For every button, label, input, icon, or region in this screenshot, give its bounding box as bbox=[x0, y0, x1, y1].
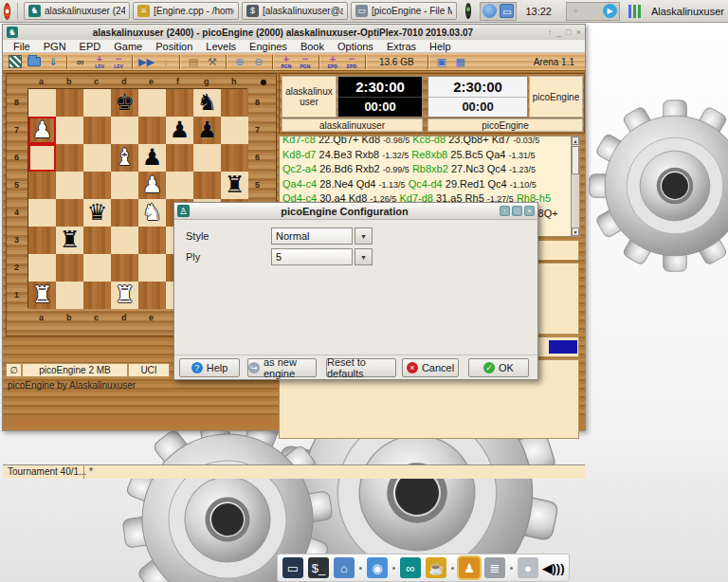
move-token[interactable]: 22.Qb7+ Kd8 bbox=[318, 136, 380, 145]
window-control-icon[interactable]: _ bbox=[556, 27, 561, 37]
telegram-icon[interactable]: ▶ bbox=[603, 4, 617, 18]
window-control-icon[interactable]: □ bbox=[566, 27, 571, 37]
white-bishop-d6[interactable]: ♝ bbox=[111, 144, 138, 172]
move-token[interactable]: Rb8xb2 bbox=[412, 163, 448, 174]
black-king-d8[interactable]: ♚ bbox=[111, 89, 138, 117]
level-plus-icon[interactable]: +LEV bbox=[92, 54, 107, 69]
white-pawn-e5[interactable]: ♟ bbox=[138, 172, 166, 199]
fullscreen-icon[interactable]: ▣ bbox=[434, 54, 449, 69]
style-select[interactable]: Normal ▼ bbox=[271, 227, 373, 245]
white-knight-e4[interactable]: ♞ bbox=[138, 199, 166, 227]
workspace-indicator[interactable] bbox=[628, 5, 641, 18]
move-token[interactable]: Kd8-d7 bbox=[282, 149, 316, 160]
square-a3[interactable] bbox=[28, 227, 56, 254]
square-c6[interactable] bbox=[83, 144, 111, 172]
demo-icon[interactable]: ▶▶ bbox=[138, 54, 155, 69]
window-control-icon[interactable]: × bbox=[576, 27, 581, 37]
square-d2[interactable] bbox=[111, 254, 138, 282]
move-token[interactable]: 27.Nc3 Qc4 bbox=[451, 163, 506, 174]
move-token[interactable]: -0.99/5 bbox=[383, 165, 410, 174]
menu-book[interactable]: Book bbox=[294, 41, 331, 52]
move-token[interactable]: Kc8-d8 bbox=[412, 136, 446, 145]
black-rook-h5[interactable]: ♜ bbox=[221, 172, 248, 199]
move-token[interactable]: Qa4-c4 bbox=[282, 178, 317, 190]
infinite-mode-icon[interactable]: ∞ bbox=[73, 54, 88, 69]
square-a2[interactable] bbox=[28, 254, 56, 282]
move-token[interactable]: -0.98/5 bbox=[383, 136, 410, 145]
file-manager-icon[interactable]: ⌂ bbox=[334, 557, 355, 578]
square-e1[interactable] bbox=[138, 282, 166, 309]
epd-minus-icon[interactable]: −EPD bbox=[344, 54, 359, 69]
ok-button[interactable]: ✓OK bbox=[468, 358, 529, 377]
square-c2[interactable] bbox=[83, 254, 111, 282]
square-b2[interactable] bbox=[56, 254, 83, 282]
square-d3[interactable] bbox=[111, 227, 138, 254]
taskbar-window-button[interactable]: ≡[Engine.cpp - /home/ala... bbox=[133, 2, 239, 20]
open-folder-icon[interactable] bbox=[27, 54, 42, 69]
style-dropdown-icon[interactable]: ▼ bbox=[355, 227, 373, 245]
menu-levels[interactable]: Levels bbox=[199, 41, 243, 52]
taskbar-window-button[interactable]: ♞alaskalinuxuser (2400... bbox=[24, 2, 130, 20]
square-a5[interactable] bbox=[28, 172, 56, 199]
cancel-button[interactable]: ×Cancel bbox=[402, 358, 459, 377]
zoom-in-icon[interactable]: ⊕ bbox=[232, 54, 247, 69]
menu-engines[interactable]: Engines bbox=[243, 41, 294, 52]
engine-state-icon[interactable]: ∅ bbox=[6, 363, 22, 377]
ply-value[interactable]: 5 bbox=[271, 248, 353, 265]
move-token[interactable]: 26.Bd6 Rxb2 bbox=[319, 163, 380, 174]
chess-engine-icon[interactable]: ♟ bbox=[459, 557, 480, 578]
square-c8[interactable] bbox=[83, 89, 111, 117]
dialog-control-icon[interactable]: ↑ bbox=[500, 206, 510, 216]
dialog-control-icon[interactable]: × bbox=[524, 206, 535, 216]
move-token[interactable]: 23.Qb8+ Kd7 bbox=[448, 136, 510, 145]
square-d7[interactable] bbox=[111, 117, 138, 144]
dialog-control-icon[interactable]: □ bbox=[512, 206, 522, 216]
move-token[interactable]: -1.13/5 bbox=[379, 180, 406, 190]
server-icon[interactable]: ≣ bbox=[484, 557, 505, 578]
square-b5[interactable] bbox=[56, 172, 83, 199]
terminal-icon[interactable]: $_ bbox=[308, 557, 329, 578]
pgn-plus-icon[interactable]: +PGN bbox=[279, 54, 294, 69]
square-f8[interactable] bbox=[166, 89, 193, 117]
volume-icon[interactable]: ◀))) bbox=[543, 557, 564, 578]
move-token[interactable]: 24.Be3 Rxb8 bbox=[319, 149, 380, 160]
move-token[interactable]: 29.Red1 Qc4 bbox=[446, 178, 507, 190]
move-list-scrollbar[interactable]: ▲ ▼ bbox=[571, 136, 580, 237]
dialog-titlebar[interactable]: ♙ picoEngine Configuration ↑□× bbox=[174, 203, 537, 220]
square-b6[interactable] bbox=[56, 144, 83, 172]
save-icon[interactable]: ⇓ bbox=[46, 54, 61, 69]
menu-pgn[interactable]: PGN bbox=[37, 41, 73, 52]
ply-dropdown-icon[interactable]: ▼ bbox=[355, 248, 373, 265]
square-e8[interactable] bbox=[138, 89, 166, 117]
black-pawn-e6[interactable]: ♟ bbox=[138, 144, 166, 172]
reset-to-defaults-button[interactable]: Reset to defaults bbox=[326, 358, 396, 377]
menu-options[interactable]: Options bbox=[331, 41, 380, 52]
square-c7[interactable] bbox=[83, 117, 111, 144]
black-pawn-f7[interactable]: ♟ bbox=[166, 117, 193, 144]
move-token[interactable]: -0.03/5 bbox=[513, 136, 539, 145]
white-rook-d1[interactable]: ♜ bbox=[111, 282, 138, 309]
square-g5[interactable] bbox=[193, 172, 221, 199]
move-token[interactable]: Re8xb8 bbox=[411, 149, 447, 160]
camera-icon[interactable]: ● bbox=[518, 557, 538, 578]
square-b4[interactable] bbox=[56, 199, 83, 227]
book-icon[interactable]: ▤ bbox=[186, 54, 201, 69]
square-a8[interactable] bbox=[28, 89, 56, 117]
square-e2[interactable] bbox=[138, 254, 166, 282]
pgn-minus-icon[interactable]: −PGN bbox=[298, 54, 313, 69]
input-method-icon[interactable]: ⌁ bbox=[586, 4, 600, 18]
square-a4[interactable] bbox=[28, 199, 56, 227]
move-token[interactable]: 28.Ne4 Qd4 bbox=[319, 178, 375, 190]
camera-lens-icon[interactable] bbox=[465, 3, 471, 19]
black-pawn-g7[interactable]: ♟ bbox=[193, 117, 221, 144]
style-value[interactable]: Normal bbox=[271, 227, 353, 245]
move-token[interactable]: Qc4-d4 bbox=[409, 178, 443, 190]
square-b8[interactable] bbox=[56, 89, 83, 117]
square-g6[interactable] bbox=[193, 144, 221, 172]
new-game-icon[interactable] bbox=[8, 54, 23, 69]
scroll-down-icon[interactable]: ▼ bbox=[572, 227, 579, 236]
help-button[interactable]: ?Help bbox=[179, 358, 240, 377]
scroll-up-icon[interactable]: ▲ bbox=[572, 136, 579, 145]
file-manager-tray-icon[interactable]: ▭ bbox=[500, 4, 514, 18]
window-control-icon[interactable]: ↑ bbox=[548, 27, 553, 37]
